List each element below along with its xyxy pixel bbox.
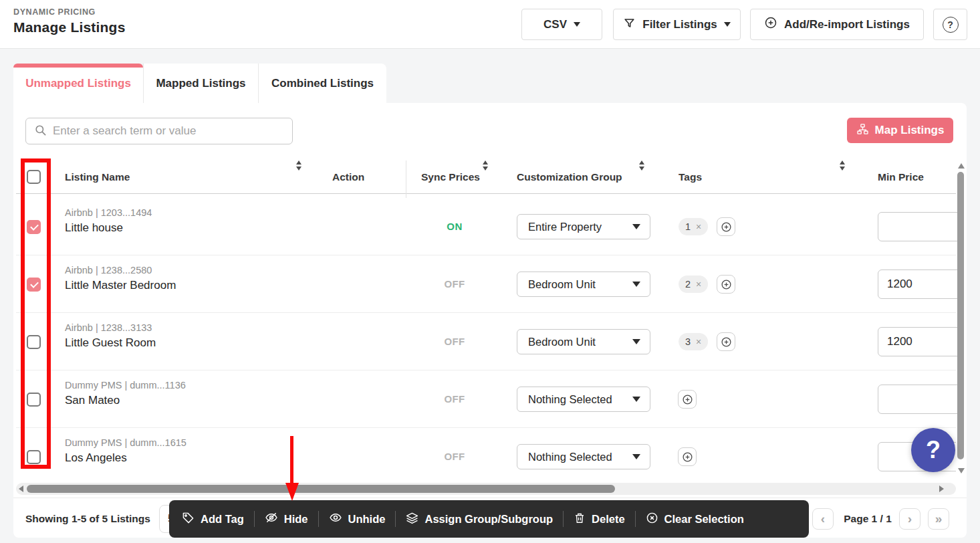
min-price-input[interactable]	[878, 269, 962, 299]
sync-prices-status: OFF	[421, 278, 488, 290]
csv-button-label: CSV	[543, 18, 567, 31]
help-fab[interactable]: ?	[911, 428, 955, 472]
showing-count-text: Showing 1-5 of 5 Listings	[25, 513, 150, 525]
sync-prices-status: OFF	[421, 336, 488, 347]
add-tag-button[interactable]: Add Tag	[182, 512, 244, 527]
min-price-input[interactable]	[878, 212, 962, 241]
scroll-down-icon[interactable]	[958, 468, 965, 473]
breadcrumb: DYNAMIC PRICING	[13, 7, 96, 17]
clear-selection-button[interactable]: Clear Selection	[646, 512, 744, 527]
trash-icon	[574, 512, 586, 527]
customization-group-dropdown[interactable]: Bedroom Unit	[517, 329, 650, 354]
select-all-checkbox[interactable]	[27, 170, 41, 184]
last-page-button[interactable]: »	[928, 508, 949, 530]
tag-chip: 3 ×	[679, 333, 708, 350]
sort-icon[interactable]	[840, 160, 845, 171]
scroll-up-icon[interactable]	[958, 163, 965, 169]
listing-source: Dummy PMS | dumm...1615	[65, 437, 187, 448]
delete-label: Delete	[592, 513, 625, 526]
add-tag-icon-button[interactable]	[678, 390, 697, 409]
row-checkbox[interactable]	[27, 450, 41, 464]
chevron-right-icon: ›	[908, 512, 912, 526]
table-row: Dummy PMS | dumm...1136 San Mateo OFF No…	[16, 370, 956, 428]
remove-tag-icon[interactable]: ×	[696, 279, 701, 290]
tab-mapped-listings[interactable]: Mapped Listings	[143, 64, 258, 103]
x-circle-icon	[646, 512, 658, 527]
dropdown-value: Nothing Selected	[528, 451, 612, 463]
chevron-down-icon	[632, 224, 640, 229]
row-checkbox[interactable]	[27, 393, 41, 407]
min-price-input[interactable]	[878, 327, 962, 356]
filter-listings-button[interactable]: Filter Listings	[613, 9, 741, 40]
add-tag-icon-button[interactable]	[678, 447, 697, 466]
csv-button[interactable]: CSV	[521, 9, 602, 40]
column-customization-group: Customization Group	[517, 160, 622, 194]
min-price-input[interactable]	[878, 385, 962, 414]
vertical-scrollbar-thumb[interactable]	[957, 172, 964, 459]
table-header: Listing Name Action Sync Prices Customiz…	[16, 160, 956, 194]
sitemap-icon	[856, 123, 869, 138]
toolbar-divider	[635, 511, 636, 527]
toolbar-divider	[318, 511, 319, 527]
bulk-actions-toolbar: Add Tag Hide Unhide Assign Group/Subgrou…	[169, 500, 809, 538]
add-tag-label: Add Tag	[201, 513, 244, 526]
search-icon	[34, 124, 47, 139]
unhide-label: Unhide	[348, 513, 386, 526]
unhide-button[interactable]: Unhide	[329, 511, 386, 527]
plus-circle-icon	[764, 16, 777, 33]
add-reimport-listings-button[interactable]: Add/Re-import Listings	[750, 9, 924, 40]
customization-group-dropdown[interactable]: Nothing Selected	[517, 387, 650, 412]
scroll-right-icon[interactable]	[939, 485, 944, 492]
assign-group-button[interactable]: Assign Group/Subgroup	[406, 512, 553, 527]
sort-icon[interactable]	[483, 160, 488, 171]
tag-icon	[182, 512, 195, 527]
listing-name: Little Guest Room	[65, 336, 156, 350]
layers-icon	[406, 512, 418, 527]
dropdown-value: Nothing Selected	[528, 393, 612, 406]
eye-icon	[329, 511, 342, 527]
customization-group-dropdown[interactable]: Bedroom Unit	[517, 272, 650, 297]
column-tags: Tags	[679, 160, 702, 194]
assign-group-label: Assign Group/Subgroup	[424, 513, 553, 526]
question-mark-icon: ?	[926, 436, 941, 464]
add-tag-icon-button[interactable]	[717, 332, 735, 351]
table-row: Dummy PMS | dumm...1615 Los Angeles OFF …	[16, 428, 956, 478]
table-row: Airbnb | 1238...3133 Little Guest Room O…	[16, 313, 956, 370]
row-checkbox[interactable]	[27, 278, 41, 292]
remove-tag-icon[interactable]: ×	[696, 221, 701, 232]
chevron-down-icon	[632, 282, 640, 287]
tab-unmapped-listings[interactable]: Unmapped Listings	[13, 64, 143, 103]
toolbar-divider	[254, 511, 255, 527]
row-checkbox[interactable]	[27, 335, 41, 349]
listing-source: Dummy PMS | dumm...1136	[65, 380, 186, 391]
search-input[interactable]	[53, 124, 284, 138]
row-checkbox[interactable]	[27, 220, 41, 234]
map-listings-label: Map Listings	[875, 124, 945, 137]
scroll-left-icon[interactable]	[19, 485, 23, 492]
customization-group-dropdown[interactable]: Nothing Selected	[517, 444, 650, 469]
tag-chip-label: 3	[685, 336, 691, 347]
tag-chip-label: 2	[685, 279, 691, 290]
column-min-price: Min Price	[878, 160, 924, 194]
delete-button[interactable]: Delete	[574, 512, 625, 527]
add-tag-icon-button[interactable]	[717, 275, 735, 294]
horizontal-scrollbar-thumb[interactable]	[27, 485, 615, 493]
tab-combined-listings[interactable]: Combined Listings	[258, 64, 386, 103]
sort-icon[interactable]	[639, 160, 644, 171]
remove-tag-icon[interactable]: ×	[696, 336, 701, 347]
chevron-down-icon	[724, 22, 731, 27]
listing-name: San Mateo	[65, 394, 120, 407]
help-button[interactable]: ?	[933, 9, 967, 40]
sort-icon[interactable]	[296, 160, 301, 171]
hide-button[interactable]: Hide	[265, 511, 308, 527]
previous-page-button[interactable]: ‹	[812, 508, 834, 530]
map-listings-button[interactable]: Map Listings	[847, 118, 953, 143]
filter-icon	[623, 17, 636, 33]
clear-selection-label: Clear Selection	[664, 513, 744, 526]
customization-group-dropdown[interactable]: Entire Property	[517, 214, 650, 239]
add-tag-icon-button[interactable]	[717, 217, 735, 236]
toolbar-divider	[395, 511, 396, 527]
dropdown-value: Bedroom Unit	[528, 336, 596, 348]
next-page-button[interactable]: ›	[899, 508, 921, 530]
tab-label: Combined Listings	[271, 77, 374, 90]
